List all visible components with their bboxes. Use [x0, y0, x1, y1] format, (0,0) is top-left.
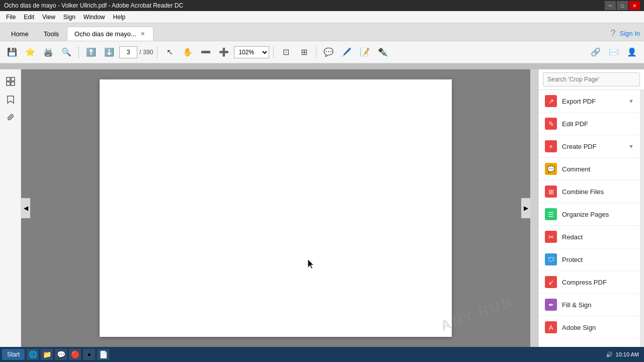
right-panel-list: ↗Export PDF▼✎Edit PDF+Create PDF▼💬Commen…	[539, 90, 640, 347]
stamp-tool-button[interactable]: 📝	[357, 44, 373, 60]
combine-files-icon: ⊞	[545, 186, 557, 198]
share-button[interactable]: 🔗	[588, 44, 604, 60]
find-button[interactable]: 🔍	[58, 44, 74, 60]
create-pdf-icon: +	[545, 140, 557, 152]
page-number-input[interactable]	[119, 46, 137, 58]
menu-bar: File Edit View Sign Window Help	[0, 11, 644, 23]
adobe-sign-label: Adobe Sign	[562, 324, 634, 331]
minimize-button[interactable]: ─	[605, 1, 616, 10]
redact-label: Redact	[562, 233, 634, 241]
sidebar-link-icon[interactable]	[3, 110, 19, 126]
sign-tool-button[interactable]: ✒️	[375, 44, 391, 60]
tab-close-button[interactable]: ✕	[139, 31, 146, 37]
comment-icon: 💬	[545, 163, 557, 175]
taskbar-icon-acrobat[interactable]: 📄	[97, 349, 109, 360]
panel-item-create-pdf[interactable]: +Create PDF▼	[539, 135, 640, 158]
panel-item-fill-sign[interactable]: ✒Fill & Sign	[539, 294, 640, 316]
menu-file[interactable]: File	[2, 11, 20, 23]
adobe-sign-icon: A	[545, 321, 557, 333]
top-scrollbar[interactable]	[0, 63, 644, 69]
print-button[interactable]: 🖨️	[40, 44, 56, 60]
compress-pdf-label: Compress PDF	[562, 279, 634, 286]
panel-item-comment[interactable]: 💬Comment	[539, 158, 640, 180]
taskbar-volume-icon: 🔊	[606, 351, 613, 358]
save-button[interactable]: 💾	[4, 44, 20, 60]
signin-button[interactable]: Sign In	[620, 30, 640, 37]
menu-sign[interactable]: Sign	[59, 11, 79, 23]
crop-tool-button[interactable]: ⊡	[278, 44, 294, 60]
protect-icon: 🛡	[545, 253, 557, 265]
tab-document[interactable]: Ocho dias de mayo... ✕	[67, 27, 153, 41]
taskbar-icon-browser[interactable]: 🌐	[27, 349, 39, 360]
page-total-label: 390	[143, 49, 153, 56]
select-tool-button[interactable]: ↖	[162, 44, 178, 60]
window-title: Ocho dias de mayo - Volker Ullrich.pdf -…	[4, 2, 605, 9]
panel-search-input[interactable]	[543, 72, 640, 86]
prev-page-button[interactable]: ⬆️	[83, 44, 99, 60]
help-icon[interactable]: ?	[611, 28, 616, 39]
export-pdf-arrow: ▼	[628, 98, 634, 104]
tab-bar: Home Tools Ocho dias de mayo... ✕ ? Sign…	[0, 23, 644, 41]
collapse-left-button[interactable]: ◀	[21, 198, 30, 218]
next-page-button[interactable]: ⬇️	[101, 44, 117, 60]
protect-label: Protect	[562, 256, 634, 263]
zoom-select[interactable]: 102% 75% 100% 125% 150% 200%	[234, 46, 269, 58]
title-bar: Ocho dias de mayo - Volker Ullrich.pdf -…	[0, 0, 644, 11]
menu-window[interactable]: Window	[79, 11, 109, 23]
start-button[interactable]: Start	[2, 349, 25, 360]
window-controls: ─ □ ✕	[605, 1, 640, 10]
organize-pages-label: Organize Pages	[562, 211, 634, 218]
pdf-scrollbar[interactable]	[530, 69, 538, 347]
pdf-area: ◀ ▶ ANY.RUN	[21, 69, 530, 347]
send-button[interactable]: ✉️	[606, 44, 622, 60]
export-pdf-label: Export PDF	[562, 98, 623, 105]
marquee-tool-button[interactable]: ⊞	[296, 44, 312, 60]
taskbar-icon-chrome[interactable]: ●	[83, 349, 95, 360]
taskbar-icon-red[interactable]: 🔴	[69, 349, 81, 360]
panel-item-adobe-sign[interactable]: AAdobe Sign	[539, 316, 640, 339]
panel-item-edit-pdf[interactable]: ✎Edit PDF	[539, 113, 640, 135]
right-panel-scrollbar[interactable]	[640, 90, 644, 347]
user-button[interactable]: 👤	[624, 44, 640, 60]
sidebar-thumbnail-icon[interactable]	[3, 73, 19, 89]
panel-item-protect[interactable]: 🛡Protect	[539, 248, 640, 271]
menu-help[interactable]: Help	[109, 11, 130, 23]
tab-home[interactable]: Home	[4, 27, 36, 41]
svg-rect-0	[7, 77, 10, 81]
tab-tools[interactable]: Tools	[37, 27, 66, 41]
toolbar-separator-4	[316, 46, 316, 58]
edit-pdf-label: Edit PDF	[562, 120, 634, 128]
highlight-tool-button[interactable]: 🖊️	[339, 44, 355, 60]
panel-item-organize-pages[interactable]: ☰Organize Pages	[539, 203, 640, 226]
taskbar-icon-files[interactable]: 📁	[41, 349, 53, 360]
bookmark-button[interactable]: ⭐	[22, 44, 38, 60]
taskbar-icon-chat[interactable]: 💬	[55, 349, 67, 360]
taskbar: Start 🌐 📁 💬 🔴 ● 📄 🔊 10:10 AM	[0, 347, 644, 362]
panel-item-compress-pdf[interactable]: ↙Compress PDF	[539, 271, 640, 294]
fill-sign-label: Fill & Sign	[562, 301, 634, 309]
panel-item-redact[interactable]: ✂Redact	[539, 226, 640, 248]
menu-view[interactable]: View	[38, 11, 59, 23]
menu-edit[interactable]: Edit	[20, 11, 38, 23]
zoom-out-button[interactable]: ➖	[198, 44, 214, 60]
tab-document-label: Ocho dias de mayo...	[74, 30, 136, 38]
comment-label: Comment	[562, 165, 634, 173]
collapse-right-button[interactable]: ▶	[521, 198, 530, 218]
page-nav: / 390	[119, 46, 153, 58]
maximize-button[interactable]: □	[617, 1, 628, 10]
toolbar-separator-1	[78, 46, 79, 58]
tab-signin-area: ? Sign In	[611, 28, 640, 41]
svg-rect-2	[7, 82, 10, 85]
fill-sign-icon: ✒	[545, 299, 557, 311]
hand-tool-button[interactable]: ✋	[180, 44, 196, 60]
main-area: ◀ ▶ ANY.RUN ↗Export PDF▼✎Edit PDF+Create…	[0, 69, 644, 347]
svg-rect-3	[11, 82, 15, 85]
close-button[interactable]: ✕	[629, 1, 640, 10]
panel-item-export-pdf[interactable]: ↗Export PDF▼	[539, 90, 640, 113]
sidebar-bookmark-icon[interactable]	[3, 92, 19, 108]
comment-tool-button[interactable]: 💬	[320, 44, 337, 60]
taskbar-time: 10:10 AM	[616, 351, 639, 357]
zoom-in-button[interactable]: ➕	[216, 44, 232, 60]
panel-item-combine-files[interactable]: ⊞Combine Files	[539, 180, 640, 203]
organize-pages-icon: ☰	[545, 208, 557, 220]
